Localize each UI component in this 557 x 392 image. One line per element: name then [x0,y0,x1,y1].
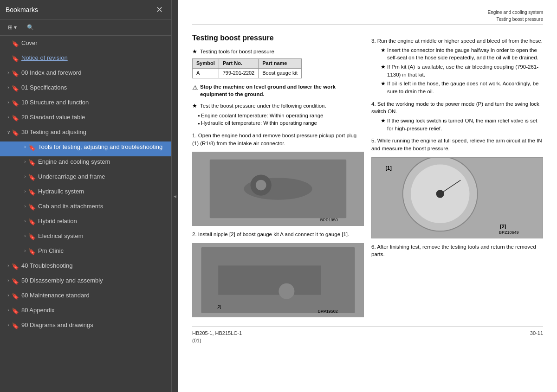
sidebar-header: Bookmarks ✕ [0,0,171,19]
page-title: Testing boost pressure [192,32,364,43]
bookmark-icon: 🔖 [29,174,35,181]
sidebar-item-label: 60 Maintenance standard [21,292,168,300]
sidebar-item-label: 40 Troubleshooting [21,262,168,270]
sidebar-item-maintenance[interactable]: › 🔖 60 Maintenance standard [0,290,171,305]
sidebar-item-diagrams[interactable]: › 🔖 90 Diagrams and drawings [0,320,171,334]
bullet-item: ★ If the swing lock switch is turned ON,… [381,117,543,132]
sidebar-item-index[interactable]: › 🔖 00 Index and foreword [0,67,171,82]
bullet-item: ★ Insert the connector into the gauge ha… [381,46,543,62]
sidebar-item-engine-cooling[interactable]: › 🔖 Engine and cooling system [0,156,171,171]
step3-text: 3. Run the engine at middle or higher sp… [371,37,543,45]
sidebar-item-electrical[interactable]: › 🔖 Electrical system [0,231,171,245]
chevron-right-icon: › [21,189,29,194]
bookmark-icon: 🔖 [12,115,19,122]
condition-item: Hydraulic oil temperature: Within operat… [198,119,364,127]
sidebar-item-disassembly[interactable]: › 🔖 50 Disassembly and assembly [0,275,171,290]
bookmark-icon: 🔖 [29,144,35,151]
bookmark-icon: 🔖 [12,100,19,107]
sidebar-item-label: Hybrid relation [38,218,168,225]
chevron-right-icon: › [21,204,29,209]
chevron-right-icon: › [5,115,12,120]
sidebar-item-specs[interactable]: › 🔖 01 Specifications [0,82,171,97]
resize-handle[interactable]: ◂ [172,0,178,392]
bookmark-icon: 🔖 [29,159,35,166]
right-column: 3. Run the engine at middle or higher sp… [371,32,543,317]
svg-rect-8 [218,266,321,295]
image-3: [1] [2] BPZ10649 [371,157,543,238]
sidebar-toolbar: ⊞ ▾ 🔍 [0,19,171,36]
bookmark-icon: 🔖 [12,85,19,92]
sidebar-item-label: Hydraulic system [38,188,168,196]
sidebar-item-cab[interactable]: › 🔖 Cab and its attachments [0,201,171,216]
header-line1: Engine and cooling system [487,10,543,15]
warning-icon: ⚠ [192,83,198,92]
bookmark-icon: 🔖 [12,308,19,315]
bookmark-icon: 🔖 [12,293,19,300]
step3-block: 3. Run the engine at middle or higher sp… [371,37,543,96]
sidebar-item-troubleshooting[interactable]: › 🔖 40 Troubleshooting [0,260,171,275]
sidebar-item-standard[interactable]: › 🔖 20 Standard value table [0,112,171,127]
search-bookmark-button[interactable]: 🔍 [24,22,37,32]
svg-text:BPZ10649: BPZ10649 [499,230,519,235]
chevron-right-icon: › [5,100,12,105]
sidebar-item-label: 30 Testing and adjusting [21,129,168,136]
chevron-right-icon: › [5,308,12,313]
sidebar-item-label: Undercarriage and frame [38,173,168,181]
bullet-item: ★ If oil is left in the hose, the gauge … [381,80,543,95]
image-1: BPP1950 [192,152,364,226]
sidebar-item-label: 20 Standard value table [21,114,168,122]
sidebar-item-undercarriage[interactable]: › 🔖 Undercarriage and frame [0,171,171,186]
bookmark-icon: 🔖 [12,40,19,47]
header-line2: Testing boost pressure [496,17,543,22]
star-icon: ★ [381,80,386,88]
footer-left: HB205-1, HB215LC-1 (01) [192,330,242,345]
view-options-button[interactable]: ⊞ ▾ [5,22,20,32]
sidebar-item-pmclinic[interactable]: › 🔖 Pm Clinic [0,245,171,260]
step5-block: 5. While running the engine at full spee… [371,137,543,152]
svg-text:[1]: [1] [385,165,392,171]
sidebar-item-hybrid[interactable]: › 🔖 Hybrid relation [0,216,171,231]
warning-text: Stop the machine on level ground and low… [200,83,364,98]
footer-right: 30-11 [530,330,543,345]
bookmark-icon: 🔖 [12,129,19,136]
bullet-item: ★ If Pm kit (A) is available, use the ai… [381,63,543,78]
sidebar-item-structure[interactable]: › 🔖 10 Structure and function [0,97,171,112]
sidebar-item-hydraulic[interactable]: › 🔖 Hydraulic system [0,186,171,201]
sidebar-item-label: 50 Disassembly and assembly [21,277,168,285]
main-content: Engine and cooling system Testing boost … [178,0,557,392]
step4-text: 4. Set the working mode to the power mod… [371,100,543,116]
tools-table: Symbol Part No. Part name A 799-201-2202… [192,58,302,78]
tools-label: Testing tools for boost pressure [200,49,274,54]
sidebar-item-label: Cover [21,39,168,47]
cell-partno: 799-201-2202 [219,68,259,78]
col-partno: Part No. [219,58,259,68]
sidebar-item-appendix[interactable]: › 🔖 80 Appendix [0,305,171,320]
sidebar-item-label: Engine and cooling system [38,158,168,166]
bookmark-icon: 🔖 [29,248,35,255]
sidebar-item-notice[interactable]: 🔖 Notice of revision [0,52,171,67]
sidebar-item-testing[interactable]: ∨ 🔖 30 Testing and adjusting [0,127,171,141]
page-header: Engine and cooling system Testing boost … [192,9,543,25]
star-icon: ★ [192,103,197,109]
step4-bullets: ★ If the swing lock switch is turned ON,… [371,117,543,132]
page-footer: HB205-1, HB215LC-1 (01) 30-11 [192,327,543,345]
bookmark-icon: 🔖 [12,55,19,62]
sidebar-item-tools[interactable]: › 🔖 Tools for testing, adjusting and tro… [0,141,171,156]
bookmark-icon: 🔖 [12,70,19,77]
bookmark-icon: 🔖 [29,204,35,211]
chevron-right-icon: › [21,218,29,224]
col-partname: Part name [259,58,302,68]
sidebar-item-label: 00 Index and foreword [21,69,168,77]
sidebar-item-label: 10 Structure and function [21,99,168,107]
bookmark-icon: 🔖 [29,218,35,225]
conditions-label: ★ Test the boost pressure under the foll… [192,102,364,110]
sidebar-item-cover[interactable]: 🔖 Cover [0,38,171,52]
page-body: Engine and cooling system Testing boost … [178,0,557,354]
step2-block: 2. Install nipple [2] of boost gauge kit… [192,231,364,238]
chevron-right-icon: › [21,174,29,179]
step6-block: 6. After finishing test, remove the test… [371,243,543,258]
bookmark-icon: 🔖 [12,278,19,285]
svg-point-9 [278,283,294,299]
close-button[interactable]: ✕ [153,5,166,15]
svg-text:[2]: [2] [217,304,221,309]
